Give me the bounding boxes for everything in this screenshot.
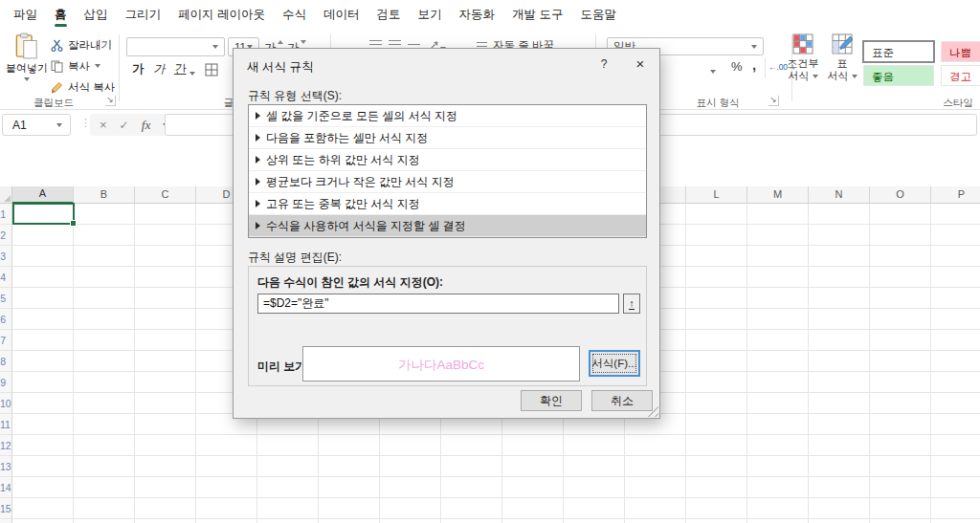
grid-cell[interactable]: [809, 435, 870, 456]
grid-cell[interactable]: [319, 435, 380, 456]
row-header[interactable]: 15: [0, 498, 12, 519]
grid-cell[interactable]: [135, 225, 196, 246]
rule-formula-input[interactable]: [257, 294, 619, 314]
grid-cell[interactable]: [747, 204, 809, 225]
comma-style-button[interactable]: ,: [752, 56, 756, 73]
menu-tab[interactable]: 삽입: [76, 0, 117, 30]
grid-cell[interactable]: [809, 519, 870, 523]
grid-cell[interactable]: [686, 267, 747, 288]
rule-type-item[interactable]: 다음을 포함하는 셀만 서식 지정: [249, 127, 646, 149]
grid-cell[interactable]: [74, 372, 135, 393]
grid-cell[interactable]: [196, 477, 257, 498]
rule-type-item[interactable]: 평균보다 크거나 작은 값만 서식 지정: [249, 171, 646, 193]
grid-cell[interactable]: [686, 225, 747, 246]
row-header[interactable]: 7: [0, 330, 12, 351]
style-chip[interactable]: 나쁨: [941, 41, 980, 62]
font-name-combo[interactable]: [126, 37, 225, 56]
grid-cell[interactable]: [74, 456, 135, 477]
row-header[interactable]: 6: [0, 309, 12, 330]
row-header[interactable]: 16: [0, 519, 12, 523]
grid-cell[interactable]: [74, 330, 135, 351]
grid-cell[interactable]: [564, 519, 625, 523]
grid-cell[interactable]: [809, 414, 870, 435]
grid-cell[interactable]: [931, 414, 980, 435]
grid-cell[interactable]: [135, 330, 196, 351]
grid-cell[interactable]: [686, 414, 747, 435]
grid-cell[interactable]: [135, 498, 196, 519]
menu-tab[interactable]: 보기: [409, 0, 450, 30]
grid-cell[interactable]: [870, 372, 931, 393]
grid-cell[interactable]: [196, 435, 257, 456]
grid-cell[interactable]: [135, 477, 196, 498]
column-header[interactable]: N: [809, 186, 870, 204]
grid-cell[interactable]: [12, 498, 74, 519]
grid-cell[interactable]: [12, 372, 74, 393]
grid-cell[interactable]: [870, 393, 931, 414]
grid-cell[interactable]: [74, 435, 135, 456]
column-header[interactable]: C: [135, 186, 196, 204]
grid-cell[interactable]: [441, 435, 502, 456]
row-header[interactable]: 10: [0, 393, 12, 414]
column-header[interactable]: M: [747, 186, 809, 204]
grid-cell[interactable]: [686, 246, 747, 267]
grid-cell[interactable]: [74, 498, 135, 519]
grid-cell[interactable]: [257, 456, 319, 477]
row-header[interactable]: 4: [0, 267, 12, 288]
grid-cell[interactable]: [747, 477, 809, 498]
grid-cell[interactable]: [625, 519, 686, 523]
rule-type-item[interactable]: 수식을 사용하여 서식을 지정할 셀 결정: [249, 215, 646, 237]
menu-tab[interactable]: 검토: [368, 0, 409, 30]
grid-cell[interactable]: [686, 288, 747, 309]
dialog-close-button[interactable]: ×: [628, 54, 653, 75]
grid-cell[interactable]: [870, 288, 931, 309]
grid-cell[interactable]: [441, 456, 502, 477]
grid-cell[interactable]: [747, 456, 809, 477]
ok-button[interactable]: 확인: [521, 390, 582, 411]
grid-cell[interactable]: [686, 477, 747, 498]
grid-cell[interactable]: [747, 330, 809, 351]
grid-cell[interactable]: [870, 267, 931, 288]
grid-cell[interactable]: [747, 393, 809, 414]
grid-cell[interactable]: [809, 393, 870, 414]
row-header[interactable]: 3: [0, 246, 12, 267]
grid-cell[interactable]: [870, 204, 931, 225]
grid-cell[interactable]: [870, 435, 931, 456]
menu-tab[interactable]: 그리기: [117, 0, 170, 30]
enter-entry-icon[interactable]: ✓: [120, 119, 129, 132]
grid-cell[interactable]: [74, 288, 135, 309]
column-header[interactable]: P: [931, 186, 980, 204]
grid-cell[interactable]: [74, 309, 135, 330]
grid-cell[interactable]: [931, 204, 980, 225]
grid-cell[interactable]: [809, 372, 870, 393]
style-chip[interactable]: 경고: [941, 65, 980, 86]
grid-cell[interactable]: [12, 435, 74, 456]
grid-cell[interactable]: [931, 456, 980, 477]
number-dialog-launcher[interactable]: ↘: [768, 96, 779, 106]
grid-cell[interactable]: [257, 519, 319, 523]
grid-cell[interactable]: [931, 435, 980, 456]
grid-cell[interactable]: [135, 288, 196, 309]
grid-cell[interactable]: [12, 246, 74, 267]
underline-dropdown-caret[interactable]: [189, 66, 195, 79]
rule-type-item[interactable]: 상위 또는 하위 값만 서식 지정: [249, 149, 646, 171]
clipboard-dialog-launcher[interactable]: ↘: [105, 96, 116, 106]
grid-cell[interactable]: [809, 456, 870, 477]
format-as-table-button[interactable]: 표 서식: [824, 33, 860, 82]
grid-cell[interactable]: [135, 309, 196, 330]
grid-cell[interactable]: [12, 456, 74, 477]
grid-cell[interactable]: [809, 477, 870, 498]
menu-tab[interactable]: 도움말: [571, 0, 625, 30]
grid-cell[interactable]: [686, 204, 747, 225]
grid-cell[interactable]: [135, 456, 196, 477]
grid-cell[interactable]: [870, 414, 931, 435]
grid-cell[interactable]: [686, 456, 747, 477]
grid-cell[interactable]: [380, 477, 441, 498]
row-header[interactable]: 5: [0, 288, 12, 309]
grid-cell[interactable]: [747, 372, 809, 393]
grid-cell[interactable]: [686, 435, 747, 456]
grid-cell[interactable]: [74, 225, 135, 246]
grid-cell[interactable]: [686, 519, 747, 523]
grid-cell[interactable]: [502, 435, 564, 456]
grid-cell[interactable]: [809, 498, 870, 519]
grid-cell[interactable]: [931, 246, 980, 267]
